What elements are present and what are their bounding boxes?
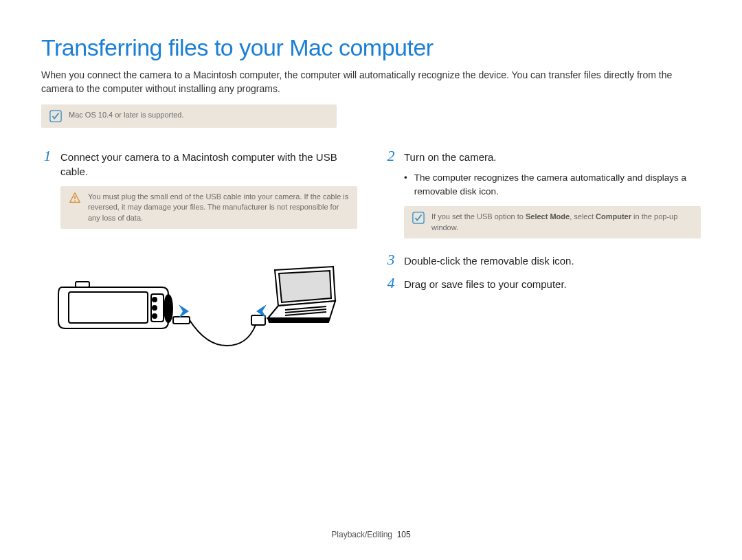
footer-page-number: 105 xyxy=(397,530,411,539)
support-note: Mac OS 10.4 or later is supported. xyxy=(41,104,337,128)
bullet-dot: • xyxy=(404,171,407,198)
step-text: Double-click the removable disk icon. xyxy=(404,252,574,269)
usb-warning-note: You must plug the small end of the USB c… xyxy=(60,186,357,229)
select-mode-note: If you set the USB option to Select Mode… xyxy=(404,206,701,238)
svg-rect-11 xyxy=(251,315,265,325)
svg-point-9 xyxy=(153,314,157,318)
step-3: 3 Double-click the removable disk icon. xyxy=(385,252,701,269)
svg-rect-6 xyxy=(76,282,89,287)
svg-rect-3 xyxy=(69,292,148,323)
step-4: 4 Drag or save files to your computer. xyxy=(385,276,701,292)
step-number: 4 xyxy=(385,276,397,291)
info-icon xyxy=(412,212,425,224)
bullet-text: The computer recognizes the camera autom… xyxy=(414,171,701,198)
step-2: 2 Turn on the camera. xyxy=(385,148,701,165)
step-number: 3 xyxy=(385,252,397,267)
step-2-bullet: • The computer recognizes the camera aut… xyxy=(404,171,701,198)
select-mode-note-text: If you set the USB option to Select Mode… xyxy=(431,212,693,233)
warning-icon xyxy=(69,192,81,204)
step-text: Drag or save files to your computer. xyxy=(404,276,567,292)
footer-section: Playback/Editing xyxy=(331,530,392,539)
step-1: 1 Connect your camera to a Macintosh com… xyxy=(41,148,357,180)
usb-warning-text: You must plug the small end of the USB c… xyxy=(88,192,349,223)
svg-point-8 xyxy=(153,306,157,310)
intro-paragraph: When you connect the camera to a Macinto… xyxy=(41,68,701,96)
camera-laptop-diagram xyxy=(48,249,337,369)
step-text: Turn on the camera. xyxy=(404,148,497,165)
step-text: Connect your camera to a Macintosh compu… xyxy=(60,148,357,180)
right-column: 2 Turn on the camera. • The computer rec… xyxy=(385,148,701,370)
svg-point-5 xyxy=(164,295,172,322)
left-column: 1 Connect your camera to a Macintosh com… xyxy=(41,148,357,370)
step-number: 1 xyxy=(41,148,54,164)
step-number: 2 xyxy=(385,148,397,164)
page-footer: Playback/Editing 105 xyxy=(41,530,701,539)
support-note-text: Mac OS 10.4 or later is supported. xyxy=(69,110,184,120)
info-icon xyxy=(49,110,62,122)
svg-point-7 xyxy=(153,298,157,302)
page-title: Transferring files to your Mac computer xyxy=(41,34,701,61)
svg-rect-10 xyxy=(173,317,190,324)
svg-point-2 xyxy=(74,200,76,201)
